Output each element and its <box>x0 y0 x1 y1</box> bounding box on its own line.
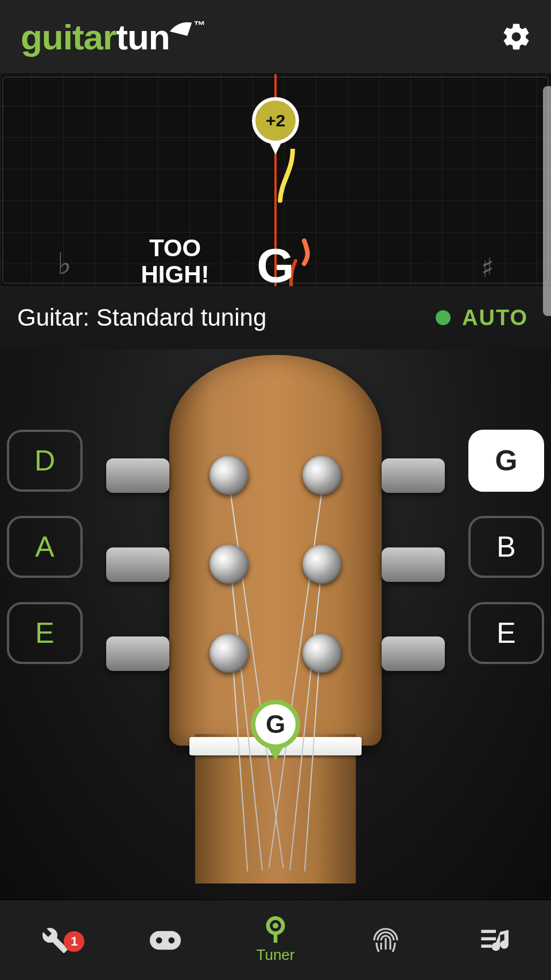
pitch-offset-value: +2 <box>266 111 285 130</box>
headstock-shape <box>169 355 382 746</box>
playlist-icon <box>481 928 511 953</box>
string-button-high-e[interactable]: E <box>468 602 544 664</box>
string-label: D <box>34 444 55 477</box>
string-label: G <box>495 444 518 477</box>
fingerprint-icon <box>372 927 399 954</box>
tuning-peg-icon <box>302 634 342 673</box>
logo-part1: guitar <box>21 17 116 57</box>
current-string-pin: G <box>251 700 300 749</box>
logo-tm: ™ <box>194 19 205 32</box>
string-label: A <box>35 530 54 564</box>
tuning-peg-icon <box>209 545 249 584</box>
gear-icon <box>501 21 532 52</box>
logo-part2: tun <box>116 17 169 57</box>
tuning-key-icon <box>106 636 169 671</box>
svg-rect-6 <box>481 937 496 940</box>
svg-rect-5 <box>481 929 496 933</box>
nav-tuner-label: Tuner <box>257 946 295 964</box>
sharp-symbol: ♯ <box>481 252 494 283</box>
nav-games[interactable] <box>110 929 220 952</box>
string-button-g[interactable]: G <box>468 430 544 492</box>
tuning-peg-icon <box>209 456 249 495</box>
app-header: guitartun ™ <box>0 0 551 74</box>
meter-detected-note: G <box>257 238 294 286</box>
tuning-key-icon <box>106 458 169 493</box>
tuning-key-icon <box>106 547 169 582</box>
bottom-nav: 1 Tuner <box>0 900 551 980</box>
tuning-name-button[interactable]: Guitar: Standard tuning <box>17 304 266 331</box>
svg-point-1 <box>156 937 162 943</box>
svg-point-4 <box>273 923 278 929</box>
nav-tools[interactable]: 1 <box>0 927 110 954</box>
string-label: B <box>496 530 515 564</box>
svg-point-2 <box>168 937 174 943</box>
tuning-peg-icon <box>209 634 249 673</box>
svg-rect-7 <box>481 944 491 948</box>
tuner-meter: +2 G TOO HIGH! ♭ ♯ <box>0 74 551 286</box>
string-button-d[interactable]: D <box>7 430 83 492</box>
tuning-key-icon <box>382 636 445 671</box>
guitar-headstock: G <box>169 355 382 803</box>
pin-icon <box>264 916 287 943</box>
tuning-peg-icon <box>302 545 342 584</box>
nav-chords[interactable] <box>331 927 441 954</box>
gamepad-icon <box>150 929 181 952</box>
string-button-low-e[interactable]: E <box>7 602 83 664</box>
settings-button[interactable] <box>499 20 534 54</box>
tuning-key-icon <box>382 458 445 493</box>
logo-tail-icon <box>168 10 194 51</box>
nav-badge: 1 <box>64 931 84 952</box>
auto-status-dot <box>436 310 451 325</box>
auto-mode-toggle[interactable]: AUTO <box>436 306 528 330</box>
flat-symbol: ♭ <box>57 246 72 281</box>
auto-label: AUTO <box>462 306 528 330</box>
app-logo: guitartun ™ <box>21 17 205 57</box>
meter-status-message: TOO HIGH! <box>115 235 235 286</box>
nav-tuner[interactable]: Tuner <box>220 916 331 964</box>
current-pin-label: G <box>266 710 285 739</box>
string-button-b[interactable]: B <box>468 516 544 578</box>
pitch-offset-badge: +2 <box>252 97 299 144</box>
scroll-indicator <box>543 86 551 316</box>
headstock-area: G D A E G B E <box>0 349 551 900</box>
tuning-info-row: Guitar: Standard tuning AUTO <box>0 286 551 349</box>
nav-songs[interactable] <box>441 928 551 953</box>
string-label: E <box>35 616 54 650</box>
string-button-a[interactable]: A <box>7 516 83 578</box>
string-label: E <box>496 616 515 650</box>
svg-rect-0 <box>150 931 181 949</box>
tuning-peg-icon <box>302 456 342 495</box>
tuning-key-icon <box>382 547 445 582</box>
